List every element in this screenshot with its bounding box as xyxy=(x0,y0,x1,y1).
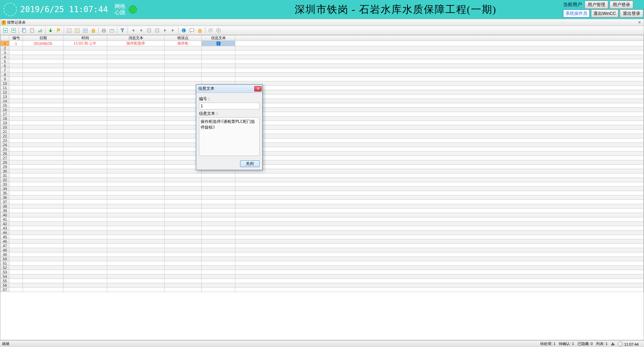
cell[interactable] xyxy=(107,217,165,222)
row-header[interactable]: 21 xyxy=(1,130,9,134)
table-row[interactable]: 55 xyxy=(1,279,644,283)
cell[interactable] xyxy=(63,222,107,226)
table-row[interactable]: 24 xyxy=(1,143,644,147)
cell[interactable] xyxy=(63,156,107,160)
table-row[interactable]: 46 xyxy=(1,239,644,244)
row-header[interactable]: 18 xyxy=(1,116,9,121)
cell[interactable] xyxy=(9,200,23,204)
cell[interactable] xyxy=(9,204,23,209)
cell[interactable] xyxy=(107,147,165,152)
cell[interactable] xyxy=(9,95,23,99)
row-header[interactable]: 48 xyxy=(1,248,9,252)
cell[interactable] xyxy=(202,59,235,64)
cell[interactable] xyxy=(63,160,107,165)
table-row[interactable]: 32 xyxy=(1,178,644,182)
row-header[interactable]: 41 xyxy=(1,217,9,222)
cell[interactable] xyxy=(9,195,23,200)
cell[interactable] xyxy=(63,64,107,68)
cell[interactable] xyxy=(23,174,63,178)
time-forward-icon[interactable] xyxy=(207,27,214,34)
cell[interactable] xyxy=(165,77,202,81)
cell[interactable] xyxy=(202,248,235,252)
cell[interactable] xyxy=(9,274,23,279)
cell[interactable] xyxy=(9,187,23,191)
cell[interactable] xyxy=(107,191,165,195)
cell[interactable] xyxy=(63,103,107,108)
cell[interactable] xyxy=(63,217,107,222)
cell[interactable] xyxy=(165,209,202,213)
cell[interactable] xyxy=(235,217,644,222)
cell[interactable] xyxy=(9,73,23,77)
cell[interactable] xyxy=(9,257,23,261)
table-row[interactable]: 12 xyxy=(1,90,644,95)
cell[interactable] xyxy=(107,156,165,160)
cell[interactable] xyxy=(235,274,644,279)
table-row[interactable]: 48 xyxy=(1,248,644,252)
cell[interactable] xyxy=(165,195,202,200)
cell[interactable] xyxy=(63,116,107,121)
row-header[interactable]: 19 xyxy=(1,121,9,125)
cell[interactable] xyxy=(165,239,202,244)
cell[interactable] xyxy=(235,187,644,191)
cell[interactable] xyxy=(107,283,165,288)
cell[interactable] xyxy=(23,147,63,152)
cell[interactable] xyxy=(23,217,63,222)
table-row[interactable]: 34 xyxy=(1,187,644,191)
cell[interactable] xyxy=(235,169,644,174)
cell[interactable] xyxy=(202,252,235,257)
cell[interactable] xyxy=(63,288,107,292)
row-header[interactable]: 8 xyxy=(1,73,9,77)
cell[interactable] xyxy=(107,239,165,244)
cell[interactable] xyxy=(107,213,165,217)
cell[interactable] xyxy=(63,59,107,64)
cell[interactable] xyxy=(107,108,165,112)
window-close-button[interactable]: ✕ xyxy=(636,20,642,25)
row-header[interactable]: 22 xyxy=(1,134,9,138)
cell[interactable] xyxy=(202,191,235,195)
cell[interactable] xyxy=(107,222,165,226)
cell[interactable] xyxy=(235,46,644,51)
row-header[interactable]: 49 xyxy=(1,252,9,257)
cell[interactable] xyxy=(23,279,63,283)
cell[interactable] xyxy=(23,99,63,103)
cell[interactable] xyxy=(107,152,165,156)
cell[interactable] xyxy=(235,68,644,73)
table-row[interactable]: 22 xyxy=(1,134,644,138)
table-row[interactable]: 43 xyxy=(1,226,644,231)
cell[interactable] xyxy=(9,213,23,217)
table-row[interactable]: 7 xyxy=(1,68,644,73)
cell[interactable] xyxy=(235,244,644,248)
cell[interactable] xyxy=(202,204,235,209)
cell[interactable] xyxy=(235,121,644,125)
first-page-icon[interactable] xyxy=(129,27,137,34)
row-header[interactable]: 56 xyxy=(1,283,9,288)
cell[interactable] xyxy=(202,217,235,222)
cell[interactable] xyxy=(63,235,107,239)
row-header[interactable]: 38 xyxy=(1,204,9,209)
cell[interactable] xyxy=(63,73,107,77)
cell[interactable] xyxy=(9,178,23,182)
cell[interactable] xyxy=(202,200,235,204)
cell[interactable] xyxy=(235,288,644,292)
cell[interactable] xyxy=(235,125,644,130)
cell[interactable]: 1 xyxy=(9,41,23,46)
cell[interactable] xyxy=(107,252,165,257)
cell[interactable] xyxy=(63,169,107,174)
cell[interactable] xyxy=(23,64,63,68)
cell[interactable] xyxy=(165,51,202,55)
cell[interactable] xyxy=(235,77,644,81)
row-header[interactable]: 50 xyxy=(1,257,9,261)
cell[interactable] xyxy=(235,81,644,86)
cell[interactable] xyxy=(23,195,63,200)
row-header[interactable]: 13 xyxy=(1,95,9,99)
cell[interactable] xyxy=(63,191,107,195)
cell[interactable] xyxy=(107,125,165,130)
cell[interactable] xyxy=(23,116,63,121)
cell[interactable] xyxy=(23,266,63,270)
cell[interactable] xyxy=(202,257,235,261)
row-header[interactable]: 33 xyxy=(1,182,9,187)
table-row[interactable]: 6 xyxy=(1,64,644,68)
cell[interactable] xyxy=(235,64,644,68)
cell[interactable] xyxy=(165,274,202,279)
table-row[interactable]: 37 xyxy=(1,200,644,204)
